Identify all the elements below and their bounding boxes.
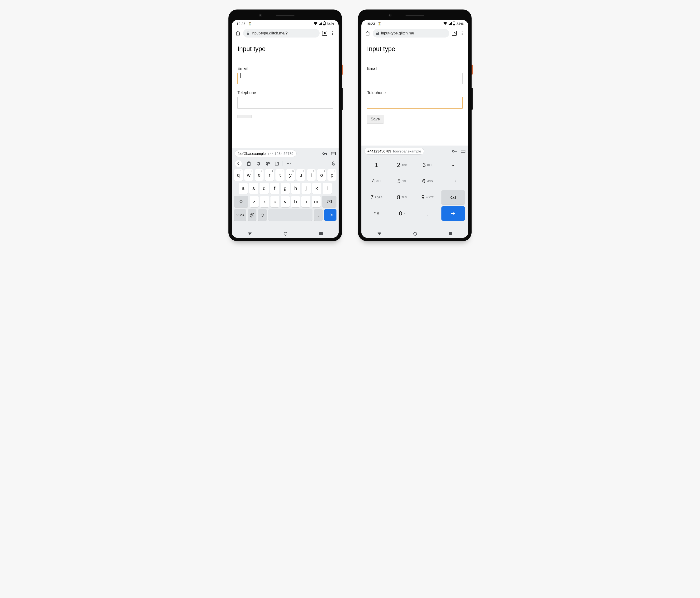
period-key[interactable]: . (314, 209, 323, 221)
email-field[interactable] (367, 73, 462, 84)
autofill-phone: +44 1234 56789 (268, 151, 294, 155)
nav-home-icon[interactable] (284, 232, 287, 235)
autofill-suggestion[interactable]: +44123456789 foo@bar.example (364, 148, 424, 155)
kb-back-button[interactable] (235, 160, 242, 167)
key-u[interactable]: 7u (296, 169, 305, 181)
dial-backspace-key[interactable] (442, 190, 465, 204)
key-z[interactable]: z (250, 196, 258, 207)
front-camera (259, 14, 262, 17)
key-v[interactable]: v (281, 196, 290, 207)
home-icon[interactable] (365, 30, 370, 36)
key-x[interactable]: x (260, 196, 269, 207)
svg-point-16 (290, 163, 291, 164)
battery-pct: 34% (456, 22, 464, 26)
dial-key-8[interactable]: 8TUV (390, 190, 414, 204)
telephone-field[interactable] (238, 97, 333, 108)
url-bar[interactable]: input-type.glitch.me (373, 29, 449, 38)
url-bar[interactable]: input-type.glitch.me/? (243, 29, 320, 38)
card-icon[interactable] (331, 152, 336, 155)
autofill-strip: foo@bar.example +44 1234 56789 (232, 148, 339, 159)
tab-count-badge[interactable]: :D (452, 31, 457, 36)
dial-key-star[interactable]: * # (365, 206, 389, 221)
volume-button[interactable] (472, 88, 473, 110)
dial-key-0[interactable]: 0+ (390, 206, 414, 221)
sticker-icon[interactable] (275, 162, 279, 166)
symbols-key[interactable]: ?123 (234, 209, 246, 221)
dial-key-5[interactable]: 5JKL (390, 174, 414, 188)
key-l[interactable]: l (323, 183, 332, 194)
key-m[interactable]: m (312, 196, 321, 207)
key-t[interactable]: 5t (275, 169, 284, 181)
key-y[interactable]: 6y (286, 169, 295, 181)
key-n[interactable]: n (301, 196, 310, 207)
earpiece (405, 15, 424, 16)
shift-key[interactable] (234, 196, 248, 207)
overflow-menu-icon[interactable] (459, 30, 465, 36)
palette-icon[interactable] (266, 161, 270, 166)
overflow-menu-icon[interactable] (330, 30, 335, 36)
at-key[interactable]: @ (248, 209, 256, 221)
dial-key-9[interactable]: 9WXYZ (416, 190, 440, 204)
nav-recents-icon[interactable] (449, 232, 452, 235)
key-s[interactable]: s (249, 183, 258, 194)
tab-count-badge[interactable]: :D (322, 31, 327, 36)
page-title: Input type (238, 45, 333, 55)
key-h[interactable]: h (291, 183, 300, 194)
dial-enter-key[interactable] (442, 206, 465, 221)
dial-key-space[interactable] (442, 174, 465, 188)
key-i[interactable]: 8i (307, 169, 316, 181)
key-a[interactable]: a (239, 183, 248, 194)
key-o[interactable]: 9o (317, 169, 326, 181)
telephone-field[interactable] (367, 97, 462, 108)
save-button[interactable]: Save (367, 115, 383, 124)
key-r[interactable]: 4r (265, 169, 274, 181)
home-icon[interactable] (235, 30, 241, 36)
key-p[interactable]: 0p (327, 169, 336, 181)
autofill-suggestion[interactable]: foo@bar.example +44 1234 56789 (234, 150, 297, 157)
nav-back-icon[interactable] (248, 232, 252, 235)
save-button-partial[interactable] (238, 115, 252, 118)
key-c[interactable]: c (271, 196, 279, 207)
key-k[interactable]: k (312, 183, 321, 194)
card-icon[interactable] (461, 150, 466, 153)
svg-point-1 (332, 31, 333, 32)
power-button[interactable] (342, 65, 343, 75)
battery-icon (323, 22, 326, 25)
key-icon[interactable] (322, 152, 328, 155)
dial-key-2[interactable]: 2ABC (390, 158, 414, 172)
volume-button[interactable] (342, 88, 343, 110)
dial-key-4[interactable]: 4GHI (365, 174, 389, 188)
wifi-icon (443, 22, 447, 25)
key-q[interactable]: 1q (234, 169, 243, 181)
dial-key-6[interactable]: 6MNO (416, 174, 440, 188)
more-icon[interactable] (286, 163, 291, 164)
autofill-strip: +44123456789 foo@bar.example (361, 146, 468, 156)
nav-recents-icon[interactable] (319, 232, 323, 235)
key-f[interactable]: f (270, 183, 279, 194)
key-b[interactable]: b (291, 196, 300, 207)
enter-key[interactable] (324, 209, 336, 221)
dial-key-7[interactable]: 7PQRS (365, 190, 389, 204)
key-g[interactable]: g (281, 183, 290, 194)
dial-key-3[interactable]: 3DEF (416, 158, 440, 172)
key-d[interactable]: d (259, 183, 269, 194)
mic-off-icon[interactable] (331, 161, 335, 166)
backspace-key[interactable] (322, 196, 336, 207)
key-w[interactable]: 2w (244, 169, 253, 181)
nav-back-icon[interactable] (378, 232, 381, 235)
key-j[interactable]: j (302, 183, 310, 194)
clipboard-icon[interactable] (247, 161, 251, 166)
spacebar[interactable] (268, 209, 312, 221)
key-icon[interactable] (452, 150, 457, 153)
dial-key-dash[interactable]: - (442, 158, 465, 172)
gear-icon[interactable] (256, 161, 260, 166)
nav-home-icon[interactable] (414, 232, 417, 235)
emoji-key[interactable]: ☺ (258, 209, 267, 221)
dial-key-dot[interactable]: . (416, 206, 440, 221)
key-e[interactable]: 3e (255, 169, 264, 181)
svg-point-4 (323, 153, 325, 155)
url-text: input-type.glitch.me/? (251, 31, 288, 35)
dial-key-1[interactable]: 1 (365, 158, 389, 172)
email-field[interactable] (238, 73, 333, 84)
power-button[interactable] (472, 65, 473, 75)
